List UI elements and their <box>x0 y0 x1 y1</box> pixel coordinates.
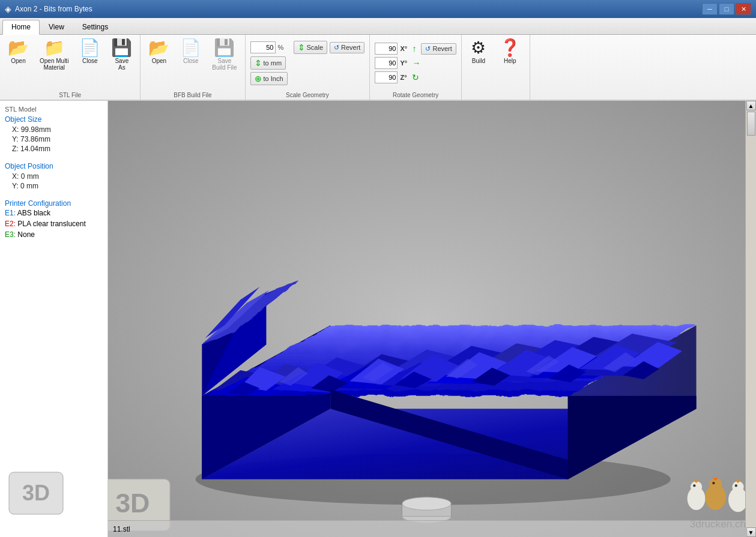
scroll-track[interactable] <box>746 110 756 527</box>
scale-unit-label: % <box>278 44 291 51</box>
logo-chickens <box>688 478 745 512</box>
logo-3d-svg: 3D <box>6 469 66 517</box>
scale-revert-button[interactable]: ↺ Revert <box>330 42 364 53</box>
rotate-x-label: X° <box>400 45 410 52</box>
pos-y: Y: 0 mm <box>5 181 103 191</box>
stl-group-label: STL File <box>0 92 140 98</box>
bfb-group-label: BFB Build File <box>141 92 244 98</box>
scale-group-label: Scale Geometry <box>246 92 370 98</box>
size-z: Z: 14.04mm <box>5 144 103 154</box>
e3-label: E3: <box>5 230 16 239</box>
titlebar: ◈ Axon 2 - Bits from Bytes ─ □ ✕ <box>0 0 756 18</box>
save-as-button[interactable]: 💾 SaveAs <box>107 37 136 73</box>
minimize-button[interactable]: ─ <box>702 3 718 15</box>
build-label: Build <box>472 58 485 64</box>
viewport-statusbar: 11.stl <box>108 520 745 537</box>
to-mm-button[interactable]: ⇕ to mm <box>250 56 286 70</box>
scale-revert-label: Revert <box>341 44 360 51</box>
rotate-z-apply-icon[interactable]: ↻ <box>412 73 419 82</box>
scale-button[interactable]: ⇕ Scale <box>294 41 328 54</box>
scale-arrow-icon: ⇕ <box>298 43 305 52</box>
e1-label: E1: <box>5 209 16 217</box>
size-x: X: 99.98mm <box>5 125 103 134</box>
open-bfb-label: Open <box>152 58 166 64</box>
sidebar-logo: 3D <box>6 469 66 519</box>
e3-value: None <box>17 230 35 239</box>
save-as-icon: 💾 <box>111 40 132 56</box>
e1-config: E1: ABS black <box>5 209 103 217</box>
filename-label: 11.stl <box>113 525 130 533</box>
viewport[interactable]: 3drucken.ch 3D 11.stl <box>108 101 745 537</box>
scroll-thumb[interactable] <box>747 112 755 136</box>
tab-view[interactable]: View <box>40 20 73 34</box>
to-inch-arrow-icon: ⊕ <box>255 74 262 83</box>
vertical-scrollbar[interactable]: ▲ ▼ <box>745 101 756 537</box>
rotate-x-input[interactable] <box>375 43 398 55</box>
object-position-link[interactable]: Object Position <box>5 162 103 170</box>
rotate-revert-icon: ↺ <box>425 45 431 53</box>
e2-value: PLA clear translucent <box>17 220 85 228</box>
close-button[interactable]: ✕ <box>736 3 751 15</box>
help-label: Help <box>504 58 516 64</box>
rotate-revert-button[interactable]: ↺ Revert <box>421 43 456 55</box>
rotate-x-apply-icon[interactable]: ↑ <box>412 44 416 53</box>
open-button[interactable]: 📂 Open <box>4 37 33 67</box>
object-size-link[interactable]: Object Size <box>5 115 103 124</box>
rotate-y-input[interactable] <box>375 57 398 69</box>
main-area: STL Model Object Size X: 99.98mm Y: 73.8… <box>0 101 756 537</box>
rotate-group-label: Rotate Geometry <box>370 92 461 98</box>
close-bfb-icon: 📄 <box>180 40 201 56</box>
build-icon: ⚙ <box>471 40 486 56</box>
e2-config: E2: PLA clear translucent <box>5 220 103 228</box>
sidebar: STL Model Object Size X: 99.98mm Y: 73.8… <box>0 101 108 537</box>
close-bfb-button[interactable]: 📄 Close <box>176 37 205 67</box>
titlebar-title: Axon 2 - Bits from Bytes <box>15 5 92 13</box>
rotate-y-apply-icon[interactable]: → <box>412 58 420 68</box>
open-label: Open <box>11 58 25 64</box>
titlebar-left: ◈ Axon 2 - Bits from Bytes <box>5 4 92 14</box>
scroll-down-button[interactable]: ▼ <box>746 527 756 537</box>
to-mm-arrow-icon: ⇕ <box>255 58 262 68</box>
scale-revert-icon: ↺ <box>334 44 339 52</box>
rotate-revert-label: Revert <box>432 45 452 52</box>
e2-label: E2: <box>5 220 16 228</box>
scroll-up-button[interactable]: ▲ <box>746 101 756 110</box>
rotate-z-input[interactable] <box>375 71 398 83</box>
close-stl-label: Close <box>82 58 98 64</box>
svg-point-58 <box>402 497 451 510</box>
to-inch-label: to Inch <box>264 75 283 82</box>
printer-config-link[interactable]: Printer Configuration <box>5 199 103 208</box>
maximize-button[interactable]: □ <box>719 3 734 15</box>
menubar: Home View Settings <box>0 18 756 35</box>
save-build-button[interactable]: 💾 SaveBuild File <box>208 37 241 73</box>
tab-settings[interactable]: Settings <box>73 20 117 34</box>
tab-home[interactable]: Home <box>2 20 40 35</box>
titlebar-controls: ─ □ ✕ <box>702 3 751 15</box>
svg-point-62 <box>693 484 695 487</box>
ribbon-group-build: ⚙ Build ❓ Help <box>462 35 530 100</box>
close-stl-button[interactable]: 📄 Close <box>75 37 104 67</box>
save-as-label: SaveAs <box>115 58 129 71</box>
open-bfb-button[interactable]: 📂 Open <box>144 37 174 67</box>
ribbon-group-rotate: X° ↑ ↺ Revert Y° → Z° ↻ Rotate Geometry <box>370 35 461 100</box>
open-multi-icon: 📁 <box>44 40 65 56</box>
scale-value-input[interactable] <box>250 41 276 53</box>
close-bfb-label: Close <box>183 58 199 64</box>
3d-scene: 3drucken.ch 3D <box>108 101 745 537</box>
save-build-label: SaveBuild File <box>212 58 237 71</box>
size-y: Y: 73.86mm <box>5 134 103 144</box>
e3-config: E3: None <box>5 230 103 239</box>
to-inch-button[interactable]: ⊕ to Inch <box>250 72 288 85</box>
open-bfb-icon: 📂 <box>148 40 169 56</box>
app-icon: ◈ <box>5 4 11 14</box>
help-button[interactable]: ❓ Help <box>495 37 525 67</box>
scale-btn-label: Scale <box>307 44 324 51</box>
close-stl-icon: 📄 <box>79 40 100 56</box>
ribbon-group-bfb: 📂 Open 📄 Close 💾 SaveBuild File BFB Buil… <box>141 35 245 100</box>
ribbon: 📂 Open 📁 Open MultiMaterial 📄 Close 💾 Sa… <box>0 35 756 101</box>
build-button[interactable]: ⚙ Build <box>467 37 491 67</box>
rotate-y-label: Y° <box>400 59 410 67</box>
help-icon: ❓ <box>500 40 521 56</box>
open-multi-button[interactable]: 📁 Open MultiMaterial <box>35 37 73 73</box>
rotate-z-label: Z° <box>400 74 410 81</box>
